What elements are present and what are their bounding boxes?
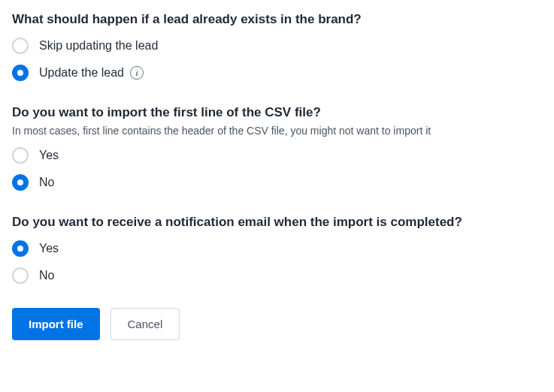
radio-group-notification: Yes No xyxy=(12,240,542,284)
radio-item-first-line-yes[interactable]: Yes xyxy=(12,147,542,164)
radio-item-first-line-no[interactable]: No xyxy=(12,174,542,191)
section-title-first-line: Do you want to import the first line of … xyxy=(12,105,542,120)
radio-label: No xyxy=(39,269,54,282)
section-subtitle-first-line: In most cases, first line contains the h… xyxy=(12,125,542,137)
section-title-existing-lead: What should happen if a lead already exi… xyxy=(12,12,542,27)
info-icon[interactable]: i xyxy=(130,66,144,80)
cancel-button[interactable]: Cancel xyxy=(110,308,180,340)
radio-label: No xyxy=(39,176,54,189)
radio-group-existing-lead: Skip updating the lead Update the lead i xyxy=(12,38,542,81)
radio-item-update-lead[interactable]: Update the lead i xyxy=(12,65,542,81)
radio-circle xyxy=(12,267,29,284)
section-existing-lead: What should happen if a lead already exi… xyxy=(12,12,542,81)
import-file-button[interactable]: Import file xyxy=(12,308,100,340)
radio-item-skip-updating[interactable]: Skip updating the lead xyxy=(12,38,542,54)
radio-label: Update the lead i xyxy=(39,66,144,80)
section-notification: Do you want to receive a notification em… xyxy=(12,215,542,284)
section-first-line: Do you want to import the first line of … xyxy=(12,105,542,191)
radio-circle xyxy=(12,240,29,257)
radio-circle xyxy=(12,38,29,54)
radio-item-notification-no[interactable]: No xyxy=(12,267,542,284)
radio-label: Yes xyxy=(39,242,59,255)
radio-circle xyxy=(12,147,29,164)
radio-circle xyxy=(12,174,29,191)
radio-label: Skip updating the lead xyxy=(39,39,158,53)
radio-group-first-line: Yes No xyxy=(12,147,542,191)
button-row: Import file Cancel xyxy=(12,308,542,340)
radio-item-notification-yes[interactable]: Yes xyxy=(12,240,542,257)
radio-label: Yes xyxy=(39,149,59,162)
radio-circle xyxy=(12,65,29,81)
section-title-notification: Do you want to receive a notification em… xyxy=(12,215,542,230)
